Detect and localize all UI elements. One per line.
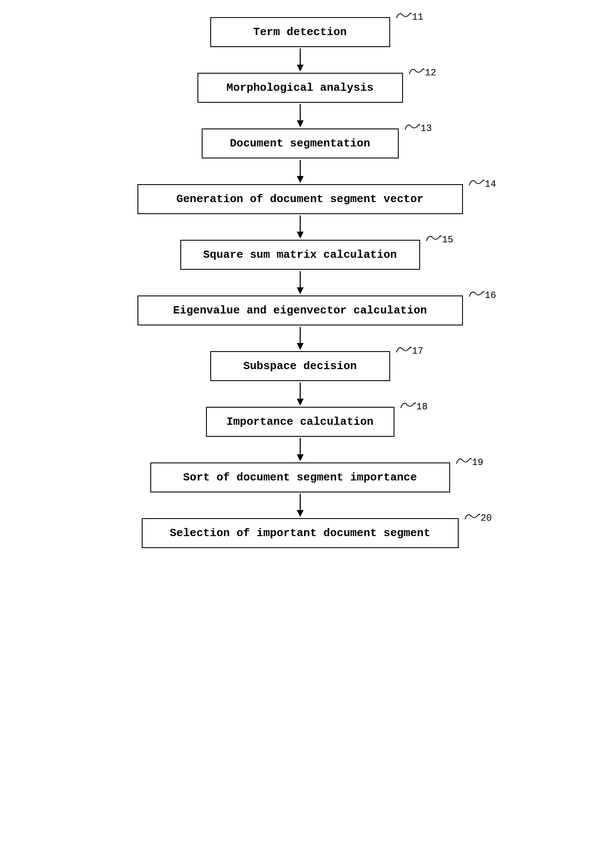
step-box-13: Document segmentation 13 (202, 128, 399, 158)
svg-marker-1 (297, 65, 304, 72)
step-ref-15: 15 (426, 233, 453, 245)
step-label-text-13: Document segmentation (230, 137, 370, 150)
step-box-18: Importance calculation 18 (206, 407, 394, 437)
step-box-12: Morphological analysis 12 (197, 73, 403, 103)
step-ref-20: 20 (464, 511, 492, 524)
step-ref-13: 13 (404, 122, 432, 134)
step-box-11: Term detection 11 (210, 17, 390, 47)
arrow-18-to-19 (294, 437, 306, 462)
svg-marker-13 (297, 399, 304, 406)
step-ref-16: 16 (469, 289, 496, 301)
step-label-text-14: Generation of document segment vector (176, 193, 424, 206)
step-wrapper-15: Square sum matrix calculation 15 (107, 240, 493, 270)
step-ref-17: 17 (396, 344, 423, 357)
step-label-text-17: Subspace decision (243, 360, 357, 373)
step-label-text-16: Eigenvalue and eigenvector calculation (173, 304, 427, 317)
step-ref-11: 11 (396, 10, 423, 23)
step-label-text-19: Sort of document segment importance (183, 471, 417, 484)
svg-marker-7 (297, 232, 304, 239)
step-ref-14: 14 (469, 177, 496, 190)
step-box-19: Sort of document segment importance 19 (150, 462, 450, 492)
arrow-12-to-13 (294, 103, 306, 128)
arrow-14-to-15 (294, 214, 306, 240)
flowchart: Term detection 11 Morphological analysis… (107, 17, 493, 548)
step-ref-19: 19 (456, 456, 483, 468)
svg-marker-17 (297, 510, 304, 517)
step-wrapper-16: Eigenvalue and eigenvector calculation 1… (107, 295, 493, 325)
arrow-11-to-12 (294, 47, 306, 73)
step-box-17: Subspace decision 17 (210, 351, 390, 381)
step-ref-18: 18 (400, 400, 427, 412)
step-box-15: Square sum matrix calculation 15 (180, 240, 420, 270)
step-label-text-20: Selection of important document segment (170, 527, 430, 540)
svg-marker-15 (297, 454, 304, 461)
arrow-19-to-20 (294, 492, 306, 518)
arrow-17-to-18 (294, 381, 306, 407)
svg-marker-9 (297, 287, 304, 294)
step-wrapper-12: Morphological analysis 12 (107, 73, 493, 103)
step-box-16: Eigenvalue and eigenvector calculation 1… (137, 295, 463, 325)
step-wrapper-18: Importance calculation 18 (107, 407, 493, 437)
step-ref-12: 12 (409, 66, 436, 78)
step-label-text-15: Square sum matrix calculation (203, 248, 397, 261)
arrow-13-to-14 (294, 158, 306, 184)
step-label-text-18: Importance calculation (227, 415, 373, 428)
step-wrapper-13: Document segmentation 13 (107, 128, 493, 158)
arrow-16-to-17 (294, 325, 306, 351)
step-box-14: Generation of document segment vector 14 (137, 184, 463, 214)
step-wrapper-14: Generation of document segment vector 14 (107, 184, 493, 214)
step-wrapper-20: Selection of important document segment … (107, 518, 493, 548)
step-label-text-12: Morphological analysis (227, 81, 373, 94)
svg-marker-3 (297, 120, 304, 127)
step-wrapper-17: Subspace decision 17 (107, 351, 493, 381)
svg-marker-11 (297, 343, 304, 350)
arrow-15-to-16 (294, 270, 306, 295)
step-wrapper-19: Sort of document segment importance 19 (107, 462, 493, 492)
step-label-text-11: Term detection (253, 26, 346, 39)
svg-marker-5 (297, 176, 304, 183)
step-wrapper-11: Term detection 11 (107, 17, 493, 47)
step-box-20: Selection of important document segment … (142, 518, 459, 548)
